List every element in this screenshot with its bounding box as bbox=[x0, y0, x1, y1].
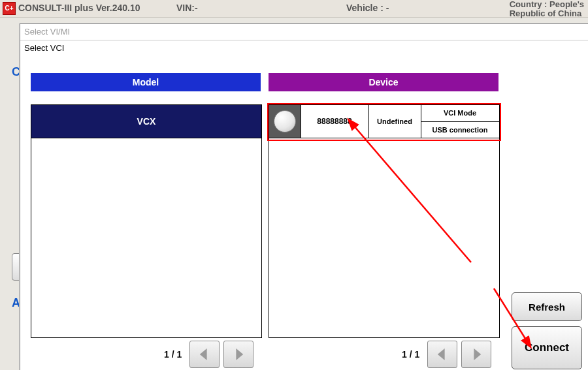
device-next-button[interactable] bbox=[461, 341, 491, 368]
select-vi-mi-dialog: Select VI/MI Select VCI Model VCX Device bbox=[20, 23, 588, 370]
model-next-button[interactable] bbox=[223, 341, 253, 368]
device-panel: Device 88888888 Undefined VCI Mode USB c… bbox=[269, 73, 498, 338]
device-prev-button[interactable] bbox=[427, 341, 457, 368]
device-header: Device bbox=[269, 73, 498, 91]
app-title: CONSULT-III plus Ver.240.10 bbox=[18, 3, 140, 13]
app-icon: C+ bbox=[3, 2, 16, 15]
model-pager: 1 / 1 bbox=[164, 341, 253, 368]
model-item-vcx[interactable]: VCX bbox=[31, 105, 261, 138]
country-label: Country : People's Republic of China bbox=[510, 0, 584, 18]
title-bar: C+ CONSULT-III plus Ver.240.10 VIN:- Veh… bbox=[0, 0, 588, 18]
model-page-text: 1 / 1 bbox=[164, 349, 182, 360]
country-line2: Republic of China bbox=[510, 8, 582, 18]
device-serial: 88888888 bbox=[301, 105, 369, 138]
svg-marker-0 bbox=[200, 348, 207, 360]
chevron-left-icon bbox=[436, 348, 448, 360]
device-circle-icon bbox=[274, 110, 296, 132]
model-list: VCX bbox=[31, 104, 262, 338]
device-icon-cell bbox=[269, 105, 301, 138]
device-row[interactable]: 88888888 Undefined VCI Mode USB connecti… bbox=[269, 105, 499, 138]
refresh-button[interactable]: Refresh bbox=[512, 292, 582, 321]
chevron-right-icon bbox=[233, 348, 244, 360]
device-mode: VCI Mode bbox=[421, 105, 499, 122]
model-panel: Model VCX bbox=[31, 73, 261, 338]
connect-button[interactable]: Connect bbox=[512, 326, 582, 369]
dialog-title-inner: Select VCI bbox=[24, 43, 64, 53]
model-prev-button[interactable] bbox=[189, 341, 220, 368]
device-pager: 1 / 1 bbox=[402, 341, 491, 368]
chevron-right-icon bbox=[470, 348, 482, 360]
svg-marker-3 bbox=[474, 348, 482, 360]
device-list: 88888888 Undefined VCI Mode USB connecti… bbox=[269, 104, 500, 338]
svg-marker-1 bbox=[237, 348, 244, 360]
dialog-inner: Select VCI Model VCX Device 88888 bbox=[20, 40, 588, 370]
chevron-left-icon bbox=[199, 348, 210, 360]
device-right-cell: VCI Mode USB connection bbox=[421, 105, 499, 138]
device-page-text: 1 / 1 bbox=[402, 349, 419, 360]
svg-marker-2 bbox=[438, 348, 445, 360]
app-window: C+ CONSULT-III plus Ver.240.10 VIN:- Veh… bbox=[0, 0, 588, 370]
model-header: Model bbox=[31, 73, 261, 91]
vehicle-label: Vehicle : - bbox=[346, 3, 389, 13]
country-line1: Country : People's bbox=[510, 0, 584, 9]
dialog-title-outer: Select VI/MI bbox=[24, 27, 70, 37]
device-status: Undefined bbox=[368, 105, 421, 138]
device-connection: USB connection bbox=[421, 122, 499, 138]
vin-label: VIN:- bbox=[176, 3, 198, 13]
